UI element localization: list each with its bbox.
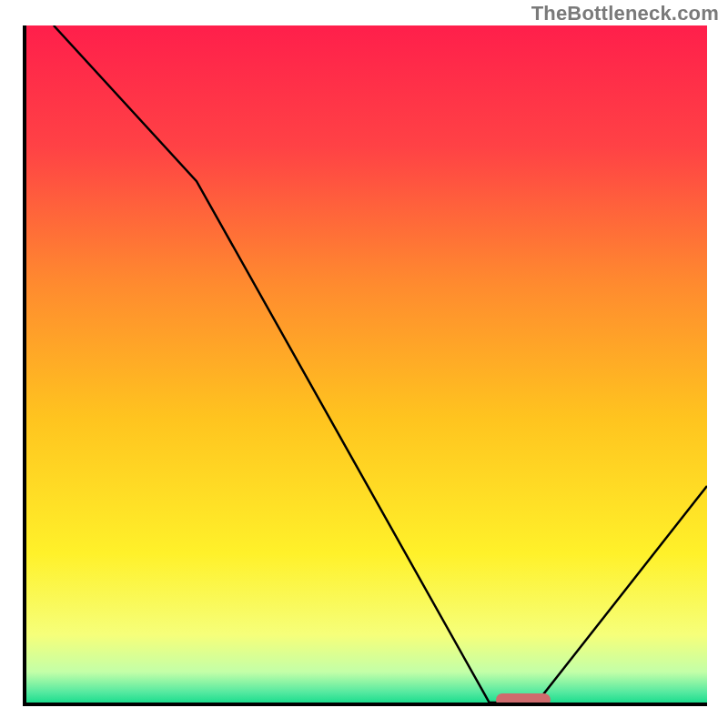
chart-container: TheBottleneck.com	[0, 0, 728, 728]
bottleneck-curve-line	[54, 25, 707, 703]
optimal-range-marker	[496, 693, 551, 706]
watermark-text: TheBottleneck.com	[531, 2, 719, 25]
curve-svg	[26, 25, 707, 703]
plot-area	[23, 25, 707, 706]
